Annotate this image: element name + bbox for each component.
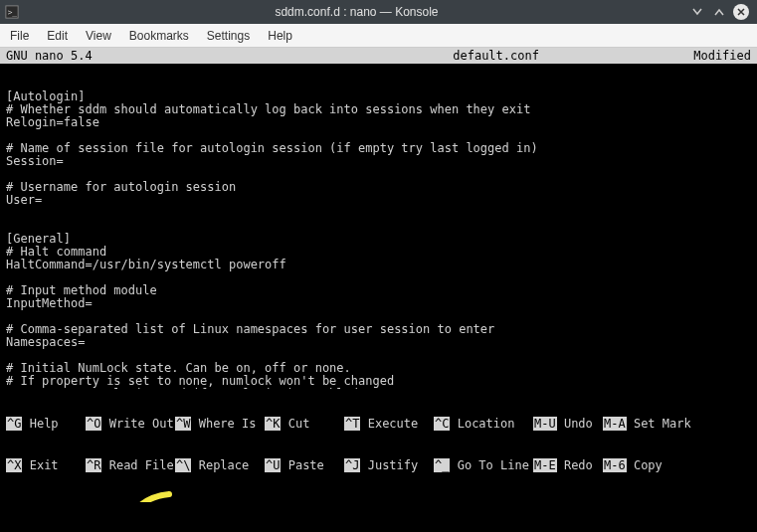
- shortcut-label: Set Mark: [627, 417, 691, 431]
- shortcut-label: Replace: [191, 458, 249, 472]
- shortcut-item: ^R Read File: [86, 458, 175, 472]
- shortcut-key: ^_: [434, 458, 450, 472]
- nano-shortcuts: ^G Help^O Write Out^W Where Is^K Cut^T E…: [0, 389, 757, 502]
- shortcut-label: Redo: [557, 458, 593, 472]
- shortcut-key: ^U: [265, 458, 281, 472]
- shortcut-item: ^X Exit: [6, 458, 86, 472]
- shortcut-key: ^T: [344, 417, 360, 431]
- editor-line[interactable]: # Name of session file for autologin ses…: [6, 142, 751, 155]
- shortcut-label: Location: [450, 417, 514, 431]
- shortcut-label: Paste: [281, 458, 323, 472]
- nano-statusbar: GNU nano 5.4 default.conf Modified: [0, 48, 757, 64]
- app-icon: >_: [0, 0, 24, 24]
- shortcut-item: ^O Write Out: [86, 417, 175, 431]
- editor-line[interactable]: Session=: [6, 155, 751, 168]
- shortcut-item: ^_ Go To Line: [434, 458, 533, 472]
- nano-modified: Modified: [693, 49, 757, 63]
- shortcut-label: Justify: [360, 458, 418, 472]
- menu-view[interactable]: View: [86, 29, 111, 43]
- svg-text:>_: >_: [8, 8, 18, 17]
- shortcut-item: M-6 Copy: [603, 458, 682, 472]
- editor-line[interactable]: InputMethod=: [6, 297, 751, 310]
- shortcut-label: Go To Line: [450, 458, 528, 472]
- shortcut-key: M-6: [603, 458, 627, 472]
- shortcut-item: ^J Justify: [344, 458, 434, 472]
- shortcut-key: ^J: [344, 458, 360, 472]
- shortcut-key: M-U: [533, 417, 557, 431]
- menubar: File Edit View Bookmarks Settings Help: [0, 24, 757, 48]
- editor-line[interactable]: Namespaces=: [6, 336, 751, 349]
- shortcut-label: Read File: [101, 458, 173, 472]
- editor-line[interactable]: User=: [6, 194, 751, 207]
- shortcut-label: Help: [22, 417, 58, 431]
- editor-line[interactable]: [6, 207, 751, 220]
- shortcut-key: ^C: [434, 417, 450, 431]
- nano-version: GNU nano 5.4: [0, 49, 298, 63]
- shortcut-label: Exit: [22, 458, 58, 472]
- shortcut-label: Execute: [360, 417, 418, 431]
- shortcut-key: ^\: [175, 458, 191, 472]
- shortcut-key: M-A: [603, 417, 627, 431]
- shortcut-key: ^G: [6, 417, 22, 431]
- editor-line[interactable]: HaltCommand=/usr/bin/systemctl poweroff: [6, 259, 751, 271]
- menu-settings[interactable]: Settings: [207, 29, 250, 43]
- shortcut-key: ^W: [175, 417, 191, 431]
- maximize-button[interactable]: [711, 4, 727, 20]
- shortcut-label: Write Out: [101, 417, 173, 431]
- window-title: sddm.conf.d : nano — Konsole: [24, 5, 689, 19]
- shortcut-label: Where Is: [191, 417, 256, 431]
- shortcut-item: ^T Execute: [344, 417, 434, 431]
- shortcut-key: M-E: [533, 458, 557, 472]
- editor-line[interactable]: Relogin=false: [6, 116, 751, 129]
- minimize-button[interactable]: [689, 4, 705, 20]
- shortcut-key: ^K: [265, 417, 281, 431]
- menu-file[interactable]: File: [10, 29, 29, 43]
- shortcut-key: ^X: [6, 458, 22, 472]
- shortcut-item: ^\ Replace: [175, 458, 265, 472]
- editor-line[interactable]: [6, 220, 751, 233]
- shortcut-item: ^U Paste: [265, 458, 344, 472]
- annotation-arrow-icon: [129, 488, 179, 502]
- shortcut-item: ^K Cut: [265, 417, 344, 431]
- menu-help[interactable]: Help: [268, 29, 292, 43]
- shortcut-item: ^C Location: [434, 417, 533, 431]
- window-controls: [689, 4, 757, 20]
- shortcut-item: ^W Where Is: [175, 417, 265, 431]
- nano-filename: default.conf: [298, 49, 693, 63]
- shortcut-label: Copy: [627, 458, 662, 472]
- terminal-area[interactable]: [Autologin]# Whether sddm should automat…: [0, 64, 757, 502]
- editor-line[interactable]: # Username for autologin session: [6, 181, 751, 194]
- editor-line[interactable]: [General]: [6, 233, 751, 246]
- menu-bookmarks[interactable]: Bookmarks: [129, 29, 189, 43]
- editor-line[interactable]: # Whether sddm should automatically log …: [6, 103, 751, 116]
- shortcut-label: Undo: [557, 417, 593, 431]
- shortcut-label: Cut: [281, 417, 309, 431]
- shortcut-item: M-E Redo: [533, 458, 603, 472]
- shortcut-item: ^G Help: [6, 417, 86, 431]
- titlebar: >_ sddm.conf.d : nano — Konsole: [0, 0, 757, 24]
- close-button[interactable]: [733, 4, 749, 20]
- shortcut-item: M-U Undo: [533, 417, 603, 431]
- shortcut-key: ^O: [86, 417, 101, 431]
- editor-line[interactable]: # Comma-separated list of Linux namespac…: [6, 323, 751, 336]
- menu-edit[interactable]: Edit: [47, 29, 68, 43]
- editor-line[interactable]: # Input method module: [6, 284, 751, 297]
- shortcut-item: M-A Set Mark: [603, 417, 682, 431]
- shortcut-key: ^R: [86, 458, 101, 472]
